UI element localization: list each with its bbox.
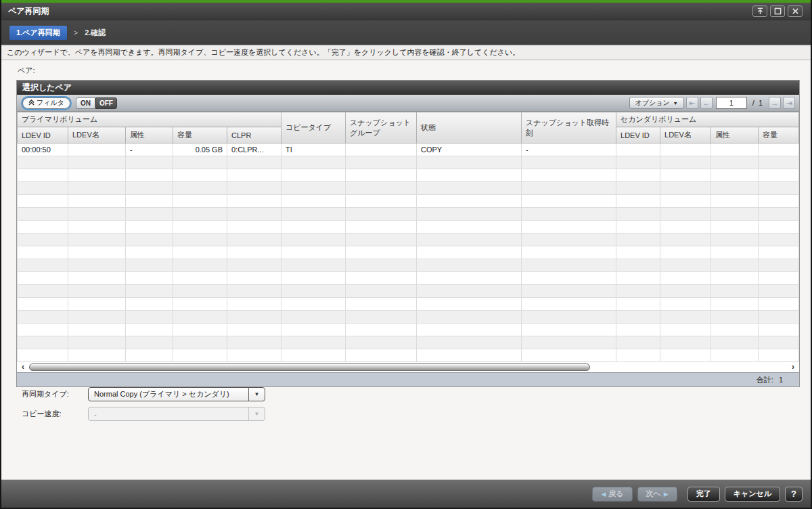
filter-off-button[interactable]: OFF	[95, 97, 117, 109]
col-group-secondary-volume: セカンダリボリューム	[616, 112, 799, 127]
empty-cell	[417, 169, 522, 182]
empty-cell	[522, 311, 616, 324]
empty-cell	[417, 349, 522, 362]
col-primary-attribute[interactable]: 属性	[126, 127, 173, 143]
col-primary-capacity[interactable]: 容量	[173, 127, 227, 143]
page-separator: /	[752, 99, 754, 107]
finish-button[interactable]: 完了	[687, 487, 720, 502]
empty-cell	[227, 169, 281, 182]
empty-cell	[281, 272, 346, 285]
close-button[interactable]	[788, 5, 803, 17]
col-secondary-ldev-id[interactable]: LDEV ID	[616, 127, 660, 143]
page-input[interactable]	[716, 97, 747, 109]
empty-cell	[281, 285, 346, 298]
filter-on-button[interactable]: ON	[76, 97, 95, 109]
filter-button[interactable]: フィルタ	[22, 97, 70, 109]
next-arrow-icon: ▶	[664, 491, 669, 497]
scroll-right-arrow[interactable]: ›	[789, 363, 797, 371]
empty-cell	[346, 221, 417, 234]
table-header: プライマリボリューム コピータイプ スナップショットグループ 状態 スナップショ…	[18, 112, 799, 143]
empty-cell	[281, 182, 346, 195]
cell-status: COPY	[417, 143, 522, 156]
empty-cell	[126, 221, 173, 234]
empty-cell	[281, 169, 346, 182]
empty-cell	[227, 221, 281, 234]
empty-cell	[18, 182, 68, 195]
empty-cell	[759, 324, 799, 336]
empty-cell	[173, 324, 227, 336]
col-snapshot-group[interactable]: スナップショットグループ	[346, 112, 417, 143]
col-primary-ldev-name[interactable]: LDEV名	[68, 127, 126, 143]
step-separator: >	[74, 28, 78, 37]
scroll-left-arrow[interactable]: ‹	[19, 363, 27, 371]
empty-cell	[346, 259, 417, 272]
scrollbar-track[interactable]	[29, 363, 787, 371]
empty-cell	[522, 246, 616, 259]
empty-cell	[759, 272, 799, 285]
empty-cell	[68, 336, 126, 349]
empty-cell	[759, 285, 799, 298]
col-snapshot-time[interactable]: スナップショット取得時刻	[522, 112, 616, 143]
step-1-pair-resync[interactable]: 1.ペア再同期	[9, 26, 67, 40]
table-row	[18, 156, 799, 169]
empty-cell	[68, 234, 126, 246]
empty-cell	[126, 182, 173, 195]
empty-cell	[660, 221, 711, 234]
table-row	[18, 349, 799, 362]
empty-cell	[173, 272, 227, 285]
empty-cell	[173, 195, 227, 208]
empty-cell	[346, 208, 417, 221]
scrollbar-thumb[interactable]	[29, 363, 590, 371]
empty-cell	[346, 285, 417, 298]
cell-copy-type: TI	[281, 143, 346, 156]
col-primary-clpr[interactable]: CLPR	[227, 127, 281, 143]
empty-cell	[173, 298, 227, 311]
info-message: このウィザードで、ペアを再同期できます。再同期タイプ、コピー速度を選択してくださ…	[1, 45, 811, 60]
empty-cell	[126, 246, 173, 259]
col-secondary-attribute[interactable]: 属性	[711, 127, 759, 143]
next-button-label: 次へ	[646, 489, 661, 499]
empty-cell	[281, 324, 346, 336]
empty-cell	[417, 182, 522, 195]
empty-cell	[759, 259, 799, 272]
rollup-button[interactable]	[752, 5, 767, 17]
table-row	[18, 169, 799, 182]
resync-type-select[interactable]: Normal Copy (プライマリ > セカンダリ) ▼	[88, 387, 265, 401]
col-secondary-ldev-name[interactable]: LDEV名	[660, 127, 711, 143]
empty-cell	[281, 234, 346, 246]
prev-page-button: ←	[700, 97, 713, 109]
maximize-button[interactable]	[770, 5, 785, 17]
col-primary-ldev-id[interactable]: LDEV ID	[18, 127, 68, 143]
cell-primary-attribute: -	[126, 143, 173, 156]
cell-primary-clpr: 0:CLPR...	[227, 143, 281, 156]
pair-row[interactable]: 00:00:50 - 0.05 GB 0:CLPR... TI COPY -	[18, 143, 799, 156]
empty-cell	[346, 156, 417, 169]
back-button: ◀ 戻る	[592, 487, 632, 502]
empty-cell	[711, 169, 759, 182]
resync-type-value: Normal Copy (プライマリ > セカンダリ)	[89, 389, 248, 399]
options-button[interactable]: オプション ▼	[629, 97, 684, 109]
empty-cell	[616, 195, 660, 208]
empty-cell	[68, 298, 126, 311]
empty-cell	[346, 349, 417, 362]
help-button[interactable]: ?	[785, 487, 803, 502]
col-status[interactable]: 状態	[417, 112, 522, 143]
empty-cell	[417, 156, 522, 169]
col-copy-type[interactable]: コピータイプ	[281, 112, 346, 143]
empty-cell	[417, 272, 522, 285]
first-page-button: ⇤	[686, 97, 698, 109]
cancel-button[interactable]: キャンセル	[725, 487, 780, 502]
empty-cell	[660, 259, 711, 272]
empty-cell	[759, 156, 799, 169]
empty-cell	[660, 208, 711, 221]
col-secondary-capacity[interactable]: 容量	[759, 127, 799, 143]
table-row	[18, 324, 799, 336]
empty-cell	[68, 324, 126, 336]
empty-cell	[522, 234, 616, 246]
empty-cell	[126, 311, 173, 324]
empty-cell	[227, 156, 281, 169]
footer-bar: ◀ 戻る 次へ ▶ 完了 キャンセル ?	[1, 479, 811, 508]
cell-secondary-ldev-id	[616, 143, 660, 156]
empty-cell	[68, 195, 126, 208]
next-page-button: →	[769, 97, 781, 109]
